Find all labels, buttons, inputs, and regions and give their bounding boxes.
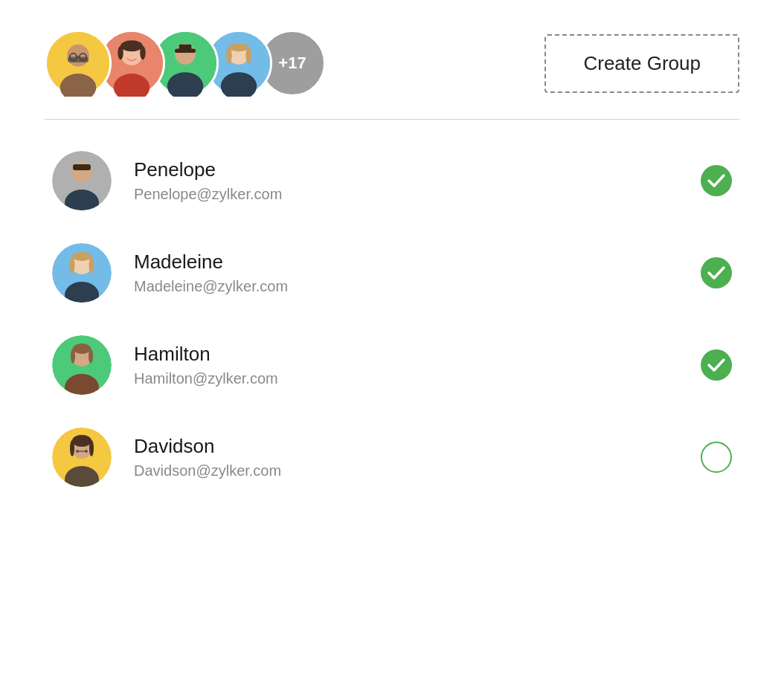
svg-point-42: [701, 349, 732, 381]
contact-list: Penelope Penelope@zylker.com: [45, 135, 739, 503]
davidson-check-icon[interactable]: [701, 442, 732, 473]
avatar-1: [45, 30, 112, 97]
madeleine-info: Madeleine Madeleine@zylker.com: [134, 251, 701, 295]
penelope-name: Penelope: [134, 158, 701, 181]
penelope-email: Penelope@zylker.com: [134, 186, 701, 203]
svg-point-46: [72, 435, 91, 447]
svg-point-34: [89, 257, 94, 274]
penelope-avatar: [52, 151, 112, 210]
hamilton-name: Hamilton: [134, 343, 701, 366]
penelope-check-icon[interactable]: [701, 165, 732, 196]
madeleine-avatar: [52, 243, 112, 303]
svg-point-21: [229, 43, 248, 51]
penelope-info: Penelope Penelope@zylker.com: [134, 158, 701, 203]
madeleine-email: Madeleine@zylker.com: [134, 278, 701, 295]
svg-point-33: [70, 257, 75, 274]
svg-point-10: [121, 40, 143, 51]
svg-point-35: [701, 257, 732, 288]
svg-rect-17: [175, 48, 196, 53]
hamilton-info: Hamilton Hamilton@zylker.com: [134, 343, 701, 387]
list-item[interactable]: Madeleine Madeleine@zylker.com: [45, 227, 739, 319]
avatar-count-label: +17: [278, 54, 306, 73]
davidson-email: Davidson@zylker.com: [134, 462, 701, 479]
list-item[interactable]: Penelope Penelope@zylker.com: [45, 135, 739, 227]
svg-point-32: [72, 252, 91, 261]
svg-point-28: [701, 165, 732, 196]
svg-point-39: [73, 343, 91, 354]
hamilton-avatar: [52, 335, 112, 395]
svg-rect-27: [73, 164, 91, 170]
madeleine-name: Madeleine: [134, 251, 701, 274]
davidson-avatar: [52, 427, 112, 487]
hamilton-email: Hamilton@zylker.com: [134, 370, 701, 387]
avatar-1-image: [47, 30, 109, 97]
header-section: +17 Create Group: [45, 30, 739, 97]
main-container: +17 Create Group Penelope Penelope@zylke…: [0, 0, 784, 533]
svg-point-11: [118, 46, 123, 60]
list-item[interactable]: Hamilton Hamilton@zylker.com: [45, 319, 739, 411]
davidson-info: Davidson Davidson@zylker.com: [134, 435, 701, 479]
svg-point-23: [245, 48, 251, 64]
svg-point-22: [226, 48, 231, 64]
svg-point-41: [89, 349, 93, 364]
avatar-stack: +17: [45, 30, 326, 97]
section-divider: [45, 119, 739, 120]
svg-point-47: [70, 440, 74, 456]
svg-point-48: [89, 440, 94, 456]
hamilton-check-icon[interactable]: [701, 349, 732, 381]
madeleine-check-icon[interactable]: [701, 257, 732, 288]
svg-point-40: [71, 349, 75, 364]
list-item[interactable]: Davidson Davidson@zylker.com: [45, 411, 739, 503]
svg-point-12: [140, 46, 145, 60]
davidson-name: Davidson: [134, 435, 701, 458]
create-group-button[interactable]: Create Group: [544, 34, 739, 93]
